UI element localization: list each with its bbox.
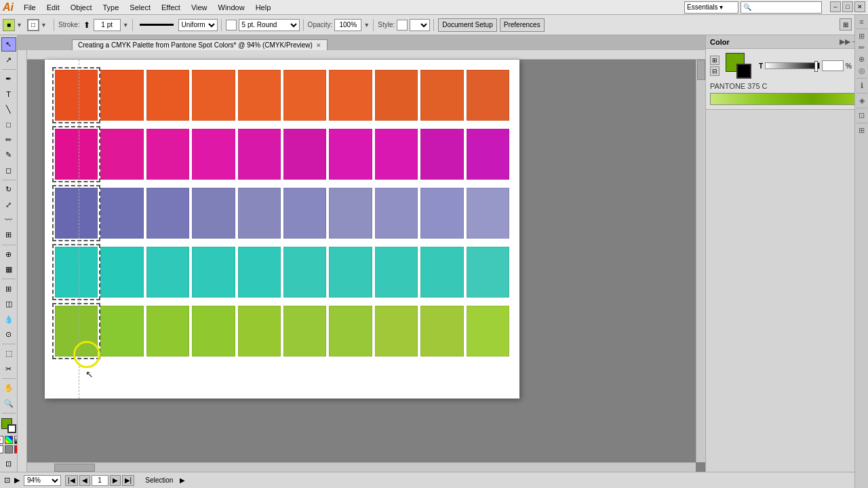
eraser-tool[interactable]: ◻ (1, 163, 16, 177)
align-panel-icon[interactable]: ⊞ (859, 126, 865, 135)
selection-tool[interactable]: ↖ (1, 37, 16, 52)
zoom-select[interactable]: 94% 100% 50% (24, 475, 61, 486)
color-cell[interactable] (238, 129, 281, 180)
zoom-tool[interactable]: 🔍 (1, 396, 16, 410)
color-cell[interactable] (420, 188, 463, 239)
color-cell[interactable] (283, 70, 326, 121)
align-tool[interactable]: ⊡ (1, 457, 16, 472)
color-cell[interactable] (375, 129, 418, 180)
page-number-input[interactable] (92, 475, 108, 486)
color-mode-btn[interactable] (5, 436, 13, 444)
free-transform-tool[interactable]: ⊞ (1, 228, 16, 242)
eyedropper-tool[interactable]: 💧 (1, 312, 16, 326)
color-cell[interactable] (55, 247, 98, 298)
color-cell[interactable] (467, 188, 509, 239)
color-cell[interactable] (329, 188, 372, 239)
gray-swatch[interactable] (5, 445, 13, 453)
symbol-sprayer-tool[interactable]: ⊕ (1, 247, 16, 262)
maximize-button[interactable]: □ (842, 1, 853, 12)
color-cell[interactable] (192, 129, 235, 180)
color-cell[interactable] (55, 129, 98, 180)
color-cell[interactable] (55, 306, 98, 357)
pen-tool[interactable]: ✒ (1, 72, 16, 86)
pencil-tool[interactable]: ✎ (1, 148, 16, 162)
color-cell[interactable] (467, 70, 509, 121)
line-tool[interactable]: ╲ (1, 102, 16, 117)
color-cell[interactable] (329, 70, 372, 121)
cmyk-icon[interactable]: ⊞ (710, 56, 719, 65)
color-cell[interactable] (420, 247, 463, 298)
color-cell[interactable] (238, 188, 281, 239)
graphic-styles-icon[interactable]: ◎ (859, 66, 865, 75)
color-cell[interactable] (100, 247, 143, 298)
t-value-input[interactable]: 100 (822, 60, 844, 71)
color-cell[interactable] (375, 306, 418, 357)
t-slider-thumb[interactable] (814, 61, 818, 72)
search-input[interactable]: 🔍 (741, 1, 822, 14)
color-cell[interactable] (146, 129, 189, 180)
preferences-button[interactable]: Preferences (500, 18, 545, 32)
bg-color-preview[interactable] (736, 64, 751, 79)
color-cell[interactable] (283, 247, 326, 298)
color-cell[interactable] (55, 188, 98, 239)
gradient-tool[interactable]: ◫ (1, 297, 16, 311)
column-graph-tool[interactable]: ▦ (1, 262, 16, 277)
none-swatch[interactable]: ⊘ (0, 436, 3, 444)
swatches-icon[interactable]: ⊞ (859, 32, 865, 41)
h-scrollbar[interactable] (27, 462, 696, 472)
color-cell[interactable] (467, 247, 509, 298)
menu-view[interactable]: View (186, 2, 212, 13)
status-icon-1[interactable]: ⊡ (4, 476, 10, 485)
symbols-icon[interactable]: ⊕ (859, 55, 865, 64)
v-scrollbar[interactable] (696, 60, 705, 462)
color-cell[interactable] (238, 247, 281, 298)
close-tab-button[interactable]: ✕ (316, 42, 321, 49)
transform-icon[interactable]: ⊡ (859, 111, 865, 120)
color-panel-menu[interactable]: ▶▶ (840, 38, 850, 45)
warp-tool[interactable]: 〰 (1, 213, 16, 227)
color-cell[interactable] (420, 129, 463, 180)
hand-tool[interactable]: ✋ (1, 381, 16, 395)
color-cell[interactable] (192, 70, 235, 121)
color-cell[interactable] (146, 306, 189, 357)
next-page-btn[interactable]: ▶ (110, 475, 121, 486)
paintbrush-tool[interactable]: ✏ (1, 133, 16, 147)
blend-tool[interactable]: ⊙ (1, 327, 16, 342)
stroke-color-btn[interactable]: □ (27, 19, 39, 31)
color-cell[interactable] (329, 129, 372, 180)
essentials-dropdown[interactable]: Essentials ▾ (684, 1, 738, 14)
extra-tool-btn[interactable]: ⊡ (1, 457, 16, 472)
mesh-tool[interactable]: ⊞ (1, 281, 16, 296)
menu-window[interactable]: Window (214, 2, 250, 13)
fill-arrow[interactable]: ▼ (16, 22, 26, 28)
color-cell[interactable] (420, 70, 463, 121)
color-cell[interactable] (375, 247, 418, 298)
slice-tool[interactable]: ✂ (1, 362, 16, 376)
menu-object[interactable]: Object (66, 2, 97, 13)
menu-file[interactable]: File (19, 2, 41, 13)
rotate-tool[interactable]: ↻ (1, 182, 16, 197)
color-cell[interactable] (100, 129, 143, 180)
color-cell[interactable] (283, 129, 326, 180)
arrange-button[interactable]: ⊞ (840, 18, 852, 30)
color-cell[interactable] (238, 70, 281, 121)
brush-select[interactable]: 5 pt. Round (239, 19, 300, 31)
rgb-icon[interactable]: ⊟ (710, 66, 719, 76)
fill-color-btn[interactable]: ■ (3, 19, 15, 31)
stroke-type-select[interactable]: Uniform (178, 19, 218, 31)
type-tool[interactable]: T (1, 87, 16, 101)
color-cell[interactable] (146, 70, 189, 121)
minimize-button[interactable]: – (830, 1, 841, 12)
color-cell[interactable] (192, 247, 235, 298)
opacity-arrow[interactable]: ▼ (363, 22, 370, 28)
appearance-icon[interactable]: ◈ (859, 96, 865, 105)
style-select[interactable] (410, 19, 430, 31)
color-cell[interactable] (467, 129, 509, 180)
color-cell[interactable] (192, 188, 235, 239)
layers-icon[interactable]: ≡ (859, 18, 863, 26)
stroke-arrow[interactable]: ▼ (41, 22, 50, 28)
direct-selection-tool[interactable]: ↗ (1, 52, 16, 66)
color-cell[interactable] (100, 188, 143, 239)
color-cell[interactable] (329, 247, 372, 298)
status-icon-2[interactable]: ▶ (14, 476, 20, 485)
